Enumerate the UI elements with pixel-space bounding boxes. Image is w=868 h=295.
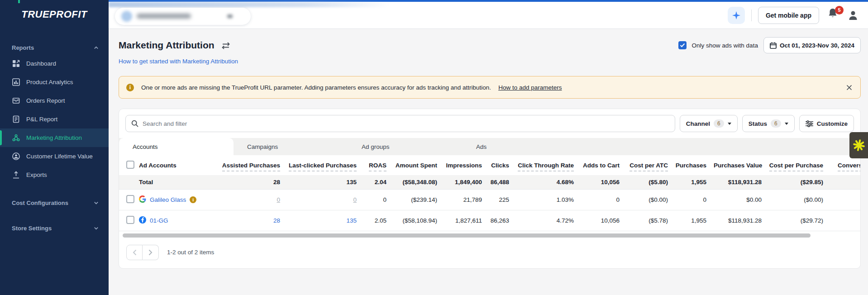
sidebar-item-label: Orders Report [26, 97, 65, 104]
column-header-impressions[interactable]: Impressions [444, 155, 489, 175]
column-header-cost-per-purchase[interactable]: Cost per Purchase [769, 155, 830, 175]
sidebar-section-store-settings[interactable]: Store Settings [0, 221, 109, 235]
table-row: Galileo Glassi000($239.14)21,7892251.03%… [119, 189, 860, 210]
sidebar-item-exports[interactable]: Exports [0, 166, 109, 184]
user-icon[interactable] [847, 10, 859, 21]
metric-cell: $0.00 [714, 189, 769, 210]
column-header-ad-accounts[interactable]: Ad Accounts [139, 155, 211, 175]
sidebar-item-marketing-attribution[interactable]: Marketing Attribution [0, 128, 109, 147]
brand-logo-text: TRUEPROFIT [21, 9, 87, 20]
metric-cell: 0 [211, 189, 287, 210]
sidebar-section-reports[interactable]: Reports [0, 41, 109, 54]
column-header-click-through-rate[interactable]: Click Through Rate [516, 155, 581, 175]
banner-link[interactable]: How to add parameters [498, 84, 562, 91]
sidebar-item-orders-report[interactable]: Orders Report [0, 91, 109, 110]
column-header-purchases-value[interactable]: Purchases Value [714, 155, 769, 175]
status-filter-label: Status [749, 120, 767, 127]
brand-logo[interactable]: TRUEPROFIT [0, 0, 109, 29]
column-header-cost-per-atc[interactable]: Cost per ATC [627, 155, 675, 175]
total-row: Total281352.04($58,348.08)1,849,40086,48… [119, 175, 860, 189]
store-selector[interactable] [115, 8, 251, 25]
select-all-checkbox[interactable] [126, 161, 134, 169]
sidebar-item-dashboard[interactable]: Dashboard [0, 54, 109, 73]
sidebar-item-p-l-report[interactable]: P&L Report [0, 110, 109, 128]
metric-value: ($0.00) [649, 196, 668, 203]
total-cell: ($29.85) [769, 175, 830, 189]
metric-cell: 10,056 [581, 210, 627, 231]
tab-accounts[interactable]: Accounts [119, 138, 234, 155]
store-name-blurred [137, 14, 191, 19]
title-row: Marketing Attribution Only show ads with… [119, 37, 861, 53]
metric-cell: ($0.00) [627, 189, 675, 210]
row-checkbox[interactable] [126, 216, 134, 224]
customize-label: Customize [817, 120, 848, 127]
select-all-cell [119, 155, 139, 175]
store-avatar [121, 11, 132, 22]
sidebar-item-customer-lifetime-value[interactable]: Customer Lifetime Value [0, 147, 109, 166]
tab-ad-groups[interactable]: Ad groups [348, 138, 463, 155]
date-range-button[interactable]: Oct 01, 2023-Nov 30, 2024 [763, 37, 861, 53]
metric-cell: $118,931.28 [714, 210, 769, 231]
status-filter-button[interactable]: Status 6 [742, 115, 795, 132]
metric-value: 0 [616, 196, 620, 203]
channel-filter-button[interactable]: Channel 6 [680, 115, 738, 132]
metric-value: ($29.72) [801, 217, 823, 224]
date-range-label: Oct 01, 2023-Nov 30, 2024 [780, 42, 854, 49]
column-header-assisted-purchases[interactable]: Assisted Purchases [211, 155, 287, 175]
table-wrap: Ad AccountsAssisted PurchasesLast-clicke… [119, 155, 860, 231]
metric-cell: 0 [287, 189, 364, 210]
floating-widget-button[interactable] [849, 132, 868, 158]
banner-text: One or more ads are missing the TrueProf… [141, 84, 491, 91]
column-header-last-clicked-purchases[interactable]: Last-clicked Purchases [287, 155, 364, 175]
next-page-button[interactable] [143, 245, 159, 260]
column-header-roas[interactable]: ROAS [364, 155, 394, 175]
attribution-icon [12, 134, 20, 142]
total-cell: 2.04 [364, 175, 394, 189]
metric-link[interactable]: 135 [346, 217, 357, 224]
metric-value: $118,931.28 [728, 217, 762, 224]
only-show-ads-checkbox[interactable] [678, 41, 687, 49]
filter-row: Channel 6 Status 6 Customize [119, 109, 860, 138]
prev-page-button[interactable] [126, 245, 143, 260]
tab-campaigns[interactable]: Campaigns [234, 138, 348, 155]
info-icon: i [126, 84, 134, 91]
sidebar-section-cost-configurations[interactable]: Cost Configurations [0, 196, 109, 209]
facebook-icon [139, 216, 146, 225]
info-icon[interactable]: i [190, 196, 196, 203]
caret-down-icon [728, 123, 731, 125]
horizontal-scrollbar[interactable] [123, 233, 857, 238]
search-box[interactable] [125, 115, 675, 132]
account-link[interactable]: Galileo Glass [150, 196, 186, 203]
metric-cell: 4.72% [516, 210, 581, 231]
metric-link[interactable]: 28 [273, 217, 280, 224]
search-input[interactable] [143, 120, 669, 127]
sidebar-item-product-analytics[interactable]: Product Analytics [0, 73, 109, 91]
metric-cell: 0 [581, 189, 627, 210]
metric-value: $0.00 [746, 196, 762, 203]
column-header-purchases[interactable]: Purchases [675, 155, 714, 175]
get-mobile-app-button[interactable]: Get mobile app [758, 7, 819, 24]
metric-cell [830, 189, 860, 210]
row-checkbox[interactable] [126, 195, 134, 203]
metric-link[interactable]: 0 [353, 196, 357, 203]
close-icon[interactable] [846, 85, 852, 90]
scrollbar-thumb[interactable] [123, 233, 811, 238]
total-cell: 10,056 [581, 175, 627, 189]
column-header-clicks[interactable]: Clicks [489, 155, 516, 175]
total-cell: 86,488 [489, 175, 516, 189]
metric-link[interactable]: 0 [277, 196, 280, 203]
customize-button[interactable]: Customize [799, 115, 854, 132]
column-header-adds-to-cart[interactable]: Adds to Cart [581, 155, 627, 175]
metric-value: 0 [703, 196, 706, 203]
column-header-amount-spent[interactable]: Amount Spent [394, 155, 444, 175]
logo-arrow-icon [15, 0, 23, 4]
tab-ads[interactable]: Ads [463, 138, 577, 155]
notifications-button[interactable]: 5 [827, 8, 841, 23]
ai-sparkle-button[interactable] [728, 7, 745, 24]
account-link[interactable]: 01-GG [150, 217, 168, 224]
metric-value: 2.05 [375, 217, 386, 224]
swap-icon[interactable] [221, 42, 231, 49]
metric-cell: ($29.72) [769, 210, 830, 231]
status-count-badge: 6 [771, 119, 781, 128]
guide-link[interactable]: How to get started with Marketing Attrib… [119, 58, 238, 65]
